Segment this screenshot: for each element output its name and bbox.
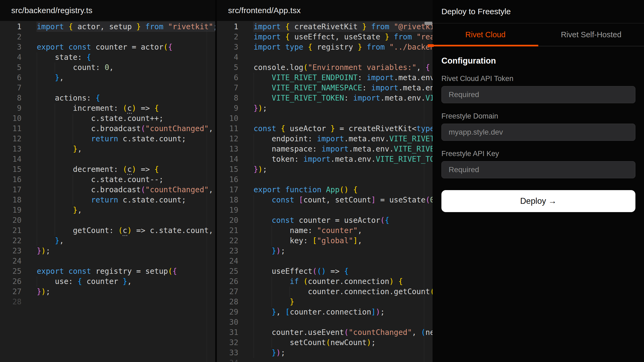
line-number: 4	[217, 52, 238, 62]
line-number: 17	[217, 185, 238, 195]
line-number: 11	[0, 124, 21, 134]
code-text: setCount(newCount);	[238, 338, 376, 348]
code-text: useEffect(() => {	[238, 266, 349, 276]
configuration-heading: Configuration	[441, 56, 635, 66]
scrollbar-track	[424, 21, 424, 362]
deploy-panel: Deploy to Freestyle Rivet Cloud Rivet Se…	[433, 0, 644, 362]
line-number: 22	[217, 236, 238, 246]
indent-guide	[55, 154, 55, 164]
code-line: 22 key: ["global"],	[217, 236, 433, 246]
code-text: import { useEffect, useState } from "rea…	[238, 32, 433, 42]
code-text	[21, 154, 37, 164]
code-text: export const registry = setup({	[21, 266, 177, 276]
code-text: import type { registry } from "../backen…	[238, 42, 433, 52]
overview-error-mark	[428, 44, 434, 47]
code-text: const { useActor } = createRivetKit<type…	[238, 124, 433, 134]
code-line: 26 use: { counter },	[0, 276, 215, 287]
code-line: 15 decrement: (c) => {	[0, 164, 215, 175]
deploy-form: Configuration Rivet Cloud API Token Free…	[433, 46, 644, 212]
code-line: 18 return c.state.count;	[0, 195, 215, 205]
line-number: 20	[217, 215, 238, 226]
code-text: VITE_RIVET_NAMESPACE: import.meta.env.VI…	[238, 83, 433, 93]
code-text: import { createRivetKit } from "@rivetki…	[238, 22, 433, 32]
code-text: });	[238, 164, 267, 175]
code-line: 11const { useActor } = createRivetKit<ty…	[217, 124, 433, 134]
code-text: });	[238, 103, 267, 113]
code-line: 13 },	[0, 144, 215, 154]
tab-rivet-cloud[interactable]: Rivet Cloud	[433, 23, 538, 46]
line-number: 26	[0, 276, 21, 287]
code-text: export const counter = actor({	[21, 42, 173, 52]
file-path-app: src/frontend/App.tsx	[228, 6, 301, 15]
code-area-app[interactable]: 1import { createRivetKit } from "@rivetk…	[217, 21, 433, 362]
line-number: 29	[217, 307, 238, 317]
code-text: c.state.count--;	[21, 175, 163, 185]
line-number: 9	[217, 103, 238, 113]
code-line: 16	[217, 175, 433, 185]
line-number: 12	[217, 134, 238, 144]
code-area-registry[interactable]: 1import { actor, setup } from "rivetkit"…	[0, 21, 215, 362]
code-line: 12 endpoint: import.meta.env.VITE_RIVET_…	[217, 134, 433, 144]
code-line: 5 count: 0,	[0, 62, 215, 73]
code-line: 10 c.state.count++;	[0, 113, 215, 124]
input-rivet-cloud-api-token[interactable]	[441, 86, 635, 103]
input-freestyle-domain[interactable]	[441, 124, 635, 141]
code-line: 19 },	[0, 205, 215, 215]
code-line: 34	[217, 358, 433, 362]
indent-guide	[254, 317, 254, 327]
line-number: 27	[0, 287, 21, 297]
code-line: 24	[0, 256, 215, 266]
line-number: 14	[217, 154, 238, 164]
code-line: 32 setCount(newCount);	[217, 338, 433, 348]
code-line: 29 }, [counter.connection]);	[217, 307, 433, 317]
code-line: 4	[217, 52, 433, 62]
line-number: 1	[0, 22, 21, 32]
line-number: 11	[217, 124, 238, 134]
code-line: 1import { actor, setup } from "rivetkit"…	[0, 22, 215, 32]
code-text: const [count, setCount] = useState(0);	[238, 195, 433, 205]
deploy-panel-header: Deploy to Freestyle	[433, 0, 644, 23]
line-number: 21	[0, 226, 21, 236]
code-text: },	[21, 144, 82, 154]
code-text	[238, 52, 254, 62]
code-text: VITE_RIVET_ENDPOINT: import.meta.env.VIT…	[238, 73, 433, 83]
code-line: 23 });	[217, 246, 433, 256]
line-number: 27	[217, 287, 238, 297]
code-text: }, [counter.connection]);	[238, 307, 385, 317]
line-number: 23	[0, 246, 21, 256]
code-text: import { actor, setup } from "rivetkit";	[21, 22, 215, 32]
line-number: 9	[0, 103, 21, 113]
code-line: 20	[0, 215, 215, 226]
line-number: 10	[0, 113, 21, 124]
input-freestyle-api-key[interactable]	[441, 161, 635, 178]
code-line: 14 token: import.meta.env.VITE_RIVET_TOK…	[217, 154, 433, 164]
code-line: 33 });	[217, 348, 433, 358]
tab-rivet-self-hosted[interactable]: Rivet Self-Hosted	[538, 23, 644, 46]
code-line: 21 name: "counter",	[217, 226, 433, 236]
deploy-button[interactable]: Deploy →	[441, 190, 635, 212]
overview-cursor-mark[interactable]	[425, 22, 432, 25]
code-line: 10	[217, 113, 433, 124]
code-text: namespace: import.meta.env.VITE_RIVET_NA…	[238, 144, 433, 154]
code-line: 6 VITE_RIVET_ENDPOINT: import.meta.env.V…	[217, 73, 433, 83]
code-line: 18 const [count, setCount] = useState(0)…	[217, 195, 433, 205]
code-line: 16 c.state.count--;	[0, 175, 215, 185]
line-number: 28	[0, 297, 21, 307]
indent-guide	[254, 256, 254, 266]
code-text: counter.useEvent("countChanged", (newCou…	[238, 327, 433, 338]
code-text: return c.state.count;	[21, 195, 186, 205]
code-line: 13 namespace: import.meta.env.VITE_RIVET…	[217, 144, 433, 154]
line-number: 25	[217, 266, 238, 276]
code-line: 23});	[0, 246, 215, 256]
line-number: 16	[0, 175, 21, 185]
code-text: counter.connection.getCount().then(setCo…	[238, 287, 433, 297]
line-number: 20	[0, 215, 21, 226]
code-line: 28	[0, 297, 215, 307]
code-line: 3import type { registry } from "../backe…	[217, 42, 433, 52]
line-number: 6	[217, 73, 238, 83]
line-number: 25	[0, 266, 21, 276]
code-text: console.log("Environment variables:", {	[238, 62, 430, 73]
code-text	[21, 256, 37, 266]
code-text: export function App() {	[238, 185, 358, 195]
code-text: c.broadcast("countChanged", c.state.coun…	[21, 185, 215, 195]
